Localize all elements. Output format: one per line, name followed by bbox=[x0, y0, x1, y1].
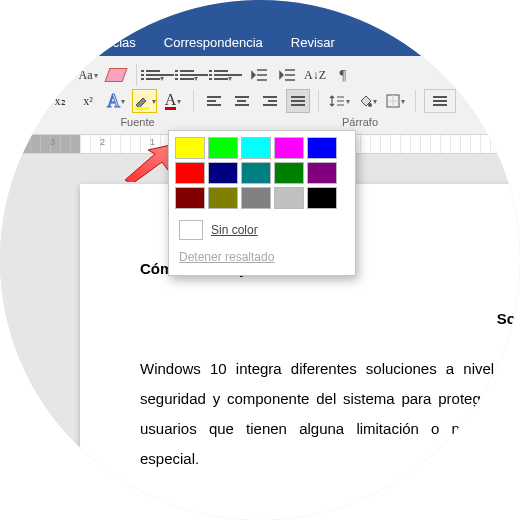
borders-icon bbox=[386, 94, 400, 108]
outdent-icon bbox=[251, 68, 267, 82]
group-label-paragraph: Párrafo bbox=[255, 116, 465, 128]
decrease-indent-button[interactable] bbox=[247, 63, 271, 87]
color-swatch[interactable] bbox=[241, 162, 271, 184]
superscript-button[interactable]: x² bbox=[76, 89, 100, 113]
text-effects-button[interactable]: A▾ bbox=[104, 89, 128, 113]
indent-icon bbox=[279, 68, 295, 82]
font-color-button[interactable]: A▾ bbox=[161, 89, 185, 113]
bullets-button[interactable]: ▾ bbox=[145, 63, 175, 87]
eraser-icon bbox=[104, 68, 127, 82]
no-color-icon bbox=[179, 220, 203, 240]
svg-point-1 bbox=[368, 103, 372, 107]
separator bbox=[415, 90, 416, 112]
color-swatch[interactable] bbox=[307, 137, 337, 159]
separator bbox=[136, 64, 137, 86]
color-swatch[interactable] bbox=[274, 187, 304, 209]
numbering-button[interactable]: ▾ bbox=[179, 63, 209, 87]
multilevel-button[interactable]: ▾ bbox=[213, 63, 243, 87]
tab-review[interactable]: Revisar bbox=[277, 31, 349, 56]
stop-highlighting-label: Detener resaltado bbox=[179, 250, 274, 264]
color-swatch[interactable] bbox=[241, 137, 271, 159]
ruler-mark: 1 bbox=[150, 137, 155, 147]
tab-design-partial[interactable]: ón bbox=[10, 31, 52, 56]
separator bbox=[318, 90, 319, 112]
separator bbox=[193, 90, 194, 112]
line-spacing-button[interactable]: ▾ bbox=[327, 89, 351, 113]
sort-button[interactable]: A↓Z bbox=[303, 63, 327, 87]
grow-font-button[interactable]: A▲ bbox=[20, 63, 44, 87]
tab-references[interactable]: Referencias bbox=[52, 31, 149, 56]
title-bar bbox=[0, 0, 520, 30]
ribbon: A▲ A▼ Aa▾ ▾ ▾ ▾ A↓Z ¶ abe x₂ x² A▾ bbox=[0, 56, 520, 135]
increase-indent-button[interactable] bbox=[275, 63, 299, 87]
ruler-mark: 2 bbox=[100, 137, 105, 147]
highlight-color-picker: Sin color Detener resaltado bbox=[168, 130, 356, 276]
color-swatch[interactable] bbox=[175, 187, 205, 209]
color-swatch[interactable] bbox=[208, 137, 238, 159]
color-swatch[interactable] bbox=[208, 162, 238, 184]
change-case-button[interactable]: Aa▾ bbox=[76, 63, 100, 87]
borders-button[interactable]: ▾ bbox=[383, 89, 407, 113]
doc-subtitle: Sol bbox=[140, 304, 520, 334]
doc-body: Windows 10 integra diferentes soluciones… bbox=[140, 354, 520, 474]
align-left-button[interactable] bbox=[202, 89, 226, 113]
shrink-font-button[interactable]: A▼ bbox=[48, 63, 72, 87]
show-marks-button[interactable]: ¶ bbox=[331, 63, 355, 87]
svg-rect-0 bbox=[135, 107, 149, 110]
justify-button[interactable] bbox=[286, 89, 310, 113]
ribbon-tabs: ón Referencias Correspondencia Revisar bbox=[0, 30, 520, 56]
color-swatch[interactable] bbox=[274, 137, 304, 159]
color-swatch[interactable] bbox=[241, 187, 271, 209]
clear-formatting-button[interactable] bbox=[104, 63, 128, 87]
strikethrough-button[interactable]: abe bbox=[20, 89, 44, 113]
color-swatch[interactable] bbox=[175, 137, 205, 159]
line-spacing-icon bbox=[329, 93, 345, 109]
highlighter-icon bbox=[133, 92, 151, 110]
color-swatch[interactable] bbox=[274, 162, 304, 184]
color-swatch[interactable] bbox=[307, 162, 337, 184]
paint-bucket-icon bbox=[358, 94, 372, 108]
shading-button[interactable]: ▾ bbox=[355, 89, 379, 113]
group-label-font: Fuente bbox=[20, 116, 255, 128]
color-swatch[interactable] bbox=[175, 162, 205, 184]
highlight-color-button[interactable]: ▾ bbox=[132, 89, 157, 113]
tab-mailings[interactable]: Correspondencia bbox=[150, 31, 277, 56]
align-right-button[interactable] bbox=[258, 89, 282, 113]
color-swatch[interactable] bbox=[307, 187, 337, 209]
stop-highlighting-option: Detener resaltado bbox=[175, 245, 349, 269]
no-color-label: Sin color bbox=[211, 223, 258, 237]
styles-gallery-partial[interactable] bbox=[424, 89, 456, 113]
align-center-button[interactable] bbox=[230, 89, 254, 113]
color-swatch[interactable] bbox=[208, 187, 238, 209]
ruler-mark: 3 bbox=[50, 137, 55, 147]
no-color-option[interactable]: Sin color bbox=[175, 215, 349, 245]
subscript-button[interactable]: x₂ bbox=[48, 89, 72, 113]
